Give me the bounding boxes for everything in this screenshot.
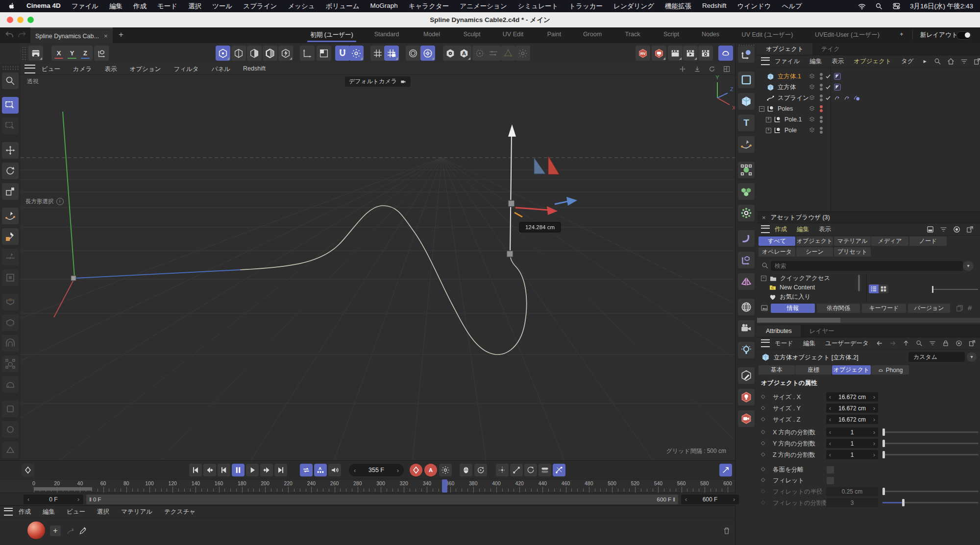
tree-item-2[interactable]: お気に入り <box>769 293 810 301</box>
value-field[interactable]: ‹1› <box>826 439 878 448</box>
menu-14[interactable]: トラッカー <box>564 2 608 11</box>
edges-mode-icon-button[interactable] <box>231 46 246 61</box>
visibility-dots[interactable] <box>820 94 823 102</box>
phong-tag-icon[interactable] <box>833 83 841 91</box>
redshift-camera-icon[interactable] <box>738 410 755 427</box>
scale-icon[interactable] <box>2 183 19 200</box>
jump-start-icon[interactable] <box>189 464 202 476</box>
spotlight-icon[interactable] <box>875 2 886 11</box>
layout-tab-7[interactable]: Track <box>625 31 640 38</box>
light-icon[interactable] <box>738 342 755 358</box>
viewport-menu-3[interactable]: オプション <box>123 65 167 73</box>
key-position-icon[interactable] <box>496 464 509 476</box>
expander-icon[interactable]: − <box>761 276 766 281</box>
menu-app[interactable]: Cinema 4D <box>21 2 66 11</box>
timeline-ruler[interactable]: 0204060801001201401601802002202402602803… <box>0 479 735 493</box>
info-tab-3[interactable]: バージョン <box>908 304 950 313</box>
animation-dot-icon[interactable]: ◇ <box>761 428 765 435</box>
value-field[interactable]: 0.25 cm <box>826 487 878 496</box>
menu-15[interactable]: レンダリング <box>608 2 660 11</box>
move-icon[interactable] <box>2 142 19 159</box>
gizmo-z-arrow[interactable] <box>555 201 568 204</box>
axis-y-lock-button[interactable]: Y <box>65 46 79 61</box>
frame-increment-icon[interactable]: › <box>397 467 399 474</box>
increment-icon[interactable]: › <box>873 394 875 401</box>
trash-icon[interactable] <box>722 526 732 535</box>
phong-tag-icon[interactable] <box>833 72 841 80</box>
slider-thumb[interactable] <box>882 428 885 436</box>
chevron-down-icon[interactable]: ▾ <box>963 261 974 271</box>
autokey-icon[interactable]: A <box>424 464 437 476</box>
modeling-top-icon[interactable] <box>2 294 19 310</box>
asset-tab-2[interactable]: マテリアル <box>834 237 871 246</box>
viewport-menu-2[interactable]: 表示 <box>98 65 123 73</box>
snap-icon-button[interactable] <box>335 46 350 61</box>
object-row-スプライン[interactable]: スプライン <box>757 93 980 103</box>
live-selection-icon[interactable] <box>2 97 19 114</box>
layout-tab-9[interactable]: Nodes <box>702 31 719 38</box>
animation-dot-icon[interactable]: ◇ <box>761 466 765 472</box>
close-window-button[interactable] <box>7 17 13 23</box>
menu-2[interactable]: 編集 <box>104 2 128 11</box>
solo-auto-icon-button[interactable]: A <box>457 46 471 61</box>
material-edit-icon[interactable] <box>738 367 755 384</box>
value-field[interactable]: ‹1› <box>826 427 878 437</box>
menu-3[interactable]: 作成 <box>128 2 152 11</box>
increment-icon[interactable]: › <box>873 429 875 436</box>
menu-13[interactable]: シミュレート <box>513 2 564 11</box>
ab-menu-0[interactable]: 作成 <box>770 225 792 234</box>
material-menu-5[interactable]: テクスチャ <box>158 508 201 516</box>
workplane-icon-button[interactable] <box>317 46 331 61</box>
move-pin-icon[interactable] <box>738 46 755 63</box>
expander-icon[interactable]: + <box>766 117 771 122</box>
tree-item-1[interactable]: New Content <box>769 284 815 291</box>
expander-icon[interactable]: + <box>766 128 771 133</box>
material-menu-3[interactable]: 選択 <box>91 508 115 516</box>
chevron-down-icon[interactable]: ▾ <box>967 352 977 362</box>
up-icon[interactable] <box>902 339 911 347</box>
gizmo-x-arrow[interactable] <box>515 208 549 210</box>
panel-icon[interactable] <box>926 225 935 233</box>
play-icon[interactable] <box>246 464 259 476</box>
asset-tab2-2[interactable]: プリセット <box>834 247 871 257</box>
object-name[interactable]: Pole.1 <box>784 116 802 123</box>
spline-primitive-icon[interactable] <box>738 71 755 88</box>
bend-deformer-icon[interactable] <box>738 230 755 247</box>
viewport-filter-icon-button[interactable] <box>472 46 487 61</box>
cap-icon[interactable] <box>2 376 19 393</box>
info-tab-2[interactable]: キーワード <box>862 304 906 313</box>
vertex-tag-icon[interactable] <box>853 94 861 102</box>
document-tab[interactable]: Spline Dynamics Cab... × <box>30 27 113 44</box>
visibility-dots[interactable] <box>820 115 823 124</box>
layer-icon[interactable] <box>808 83 816 91</box>
spline-pen-icon[interactable] <box>2 208 19 224</box>
lattice-icon[interactable] <box>2 355 19 372</box>
redshift-ipr-icon-button[interactable] <box>652 46 666 61</box>
render-view-icon-button[interactable] <box>668 46 683 61</box>
back-icon[interactable] <box>876 339 885 347</box>
solo-off-icon-button[interactable] <box>443 46 458 61</box>
menu-11[interactable]: キャラクター <box>403 2 455 11</box>
add-layout-button[interactable]: + <box>900 31 903 38</box>
instance-icon[interactable] <box>738 252 755 268</box>
menu-19[interactable]: ヘルプ <box>777 2 808 11</box>
redshift-renderview-icon-button[interactable]: RV <box>636 46 650 61</box>
material-menu-1[interactable]: 編集 <box>37 508 61 516</box>
cable-bottom-handle[interactable] <box>507 251 513 257</box>
panel-menu-icon[interactable] <box>4 508 13 516</box>
eyedropper-icon[interactable] <box>78 526 88 535</box>
animation-dot-icon[interactable]: ◇ <box>761 476 765 483</box>
camera-label[interactable]: デフォルトカメラ <box>345 76 411 87</box>
animation-dot-icon[interactable]: ◇ <box>761 451 765 457</box>
panel-menu-icon[interactable] <box>761 57 770 65</box>
jump-end-icon[interactable] <box>274 464 287 476</box>
hash-icon[interactable]: # <box>968 304 972 312</box>
filter-icon[interactable] <box>960 57 969 65</box>
asset-tab-1[interactable]: オブジェクト <box>796 237 833 246</box>
add-material-button[interactable]: + <box>50 525 61 536</box>
asset-tab2-0[interactable]: オペレータ <box>759 247 795 257</box>
keying-settings-icon[interactable] <box>439 464 452 476</box>
copy-icon[interactable] <box>956 304 964 312</box>
menubar-clock[interactable]: 3月16日(水) 午後2:43 <box>910 2 973 11</box>
spline-start-handle[interactable] <box>71 276 76 281</box>
